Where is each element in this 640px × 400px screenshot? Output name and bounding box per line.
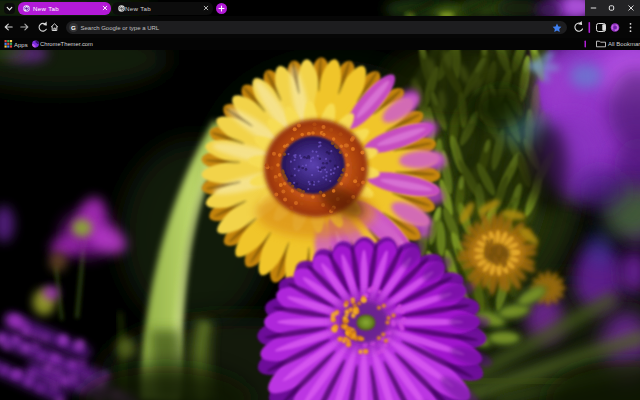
svg-text:ChromeThemer.com: ChromeThemer.com [40,41,93,47]
svg-text:G: G [71,24,76,31]
svg-text:Apps: Apps [14,42,28,48]
svg-text:Search Google or type a URL: Search Google or type a URL [81,25,160,31]
svg-text:All Bookmarks: All Bookmarks [608,41,640,47]
